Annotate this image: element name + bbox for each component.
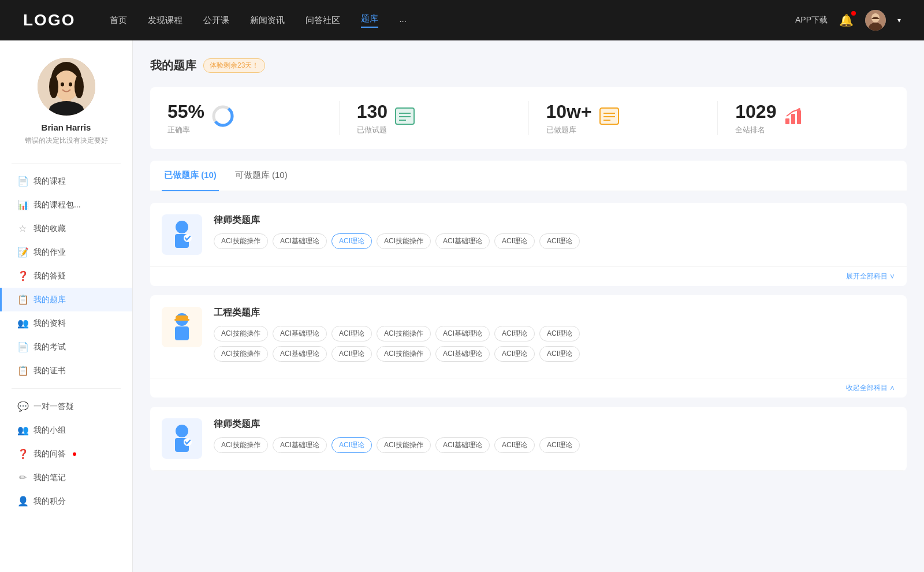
sidebar: Brian Harris 错误的决定比没有决定要好 📄 我的课程 📊 我的课程包… [0, 40, 133, 572]
stat-accuracy: 55% 正确率 [150, 101, 340, 135]
nav-questions[interactable]: 题库 [361, 13, 378, 28]
tag-e-r2-6[interactable]: ACI理论 [539, 346, 580, 362]
nav-news[interactable]: 新闻资讯 [250, 15, 285, 26]
bank-lawyer-2: 律师类题库 ACI技能操作 ACI基础理论 ACI理论 ACI技能操作 ACI基… [150, 407, 907, 471]
page-title: 我的题库 [150, 58, 196, 73]
tag-l1-6[interactable]: ACI理论 [539, 233, 580, 249]
nav-more[interactable]: ··· [399, 16, 407, 25]
tag-e-r1-2[interactable]: ACI理论 [331, 326, 372, 341]
nav-menu: 首页 发现课程 公开课 新闻资讯 问答社区 题库 ··· [110, 13, 795, 28]
bank-info-engineer: 工程类题库 ACI技能操作 ACI基础理论 ACI理论 ACI技能操作 ACI基… [214, 307, 895, 366]
sidebar-divider-1 [12, 163, 121, 164]
coursepack-icon: 📊 [17, 199, 28, 210]
user-avatar-nav[interactable] [865, 10, 886, 31]
app-download[interactable]: APP下载 [795, 15, 828, 25]
tag-l2-1[interactable]: ACI基础理论 [273, 437, 327, 453]
tag-e-r2-3[interactable]: ACI技能操作 [377, 346, 431, 362]
tag-l2-0[interactable]: ACI技能操作 [214, 437, 268, 453]
svg-rect-33 [175, 326, 189, 340]
user-menu-chevron[interactable]: ▾ [897, 16, 901, 24]
profile-motto: 错误的决定比没有决定要好 [25, 136, 108, 146]
bank-row-lawyer-1: 律师类题库 ACI技能操作 ACI基础理论 ACI理论 ACI技能操作 ACI基… [150, 203, 907, 267]
tag-l2-4[interactable]: ACI基础理论 [435, 437, 490, 453]
sidebar-item-material[interactable]: 👥 我的资料 [0, 311, 132, 335]
points-icon: 👤 [17, 496, 28, 507]
tag-e-r2-0[interactable]: ACI技能操作 [214, 346, 268, 362]
sidebar-item-oneone[interactable]: 💬 一对一答疑 [0, 395, 132, 418]
sidebar-item-homework[interactable]: 📝 我的作业 [0, 240, 132, 264]
stat-rank-value: 1029 [735, 101, 776, 122]
tab-done[interactable]: 已做题库 (10) [162, 161, 219, 191]
tag-row-engineer-2: ACI技能操作 ACI基础理论 ACI理论 ACI技能操作 ACI基础理论 AC… [214, 346, 895, 362]
tag-l1-5[interactable]: ACI理论 [494, 233, 535, 249]
sidebar-item-group[interactable]: 👥 我的小组 [0, 418, 132, 442]
bank-engineer: 工程类题库 ACI技能操作 ACI基础理论 ACI理论 ACI技能操作 ACI基… [150, 295, 907, 398]
sidebar-item-favorites[interactable]: ☆ 我的收藏 [0, 217, 132, 240]
tag-e-r2-4[interactable]: ACI基础理论 [435, 346, 490, 362]
tag-e-r1-5[interactable]: ACI理论 [494, 326, 535, 341]
homework-icon: 📝 [17, 247, 28, 258]
tab-available[interactable]: 可做题库 (10) [233, 161, 290, 191]
sidebar-item-myquestion[interactable]: ❓ 我的问答 [0, 442, 132, 466]
star-icon: ☆ [17, 223, 28, 234]
bank-info-lawyer-1: 律师类题库 ACI技能操作 ACI基础理论 ACI理论 ACI技能操作 ACI基… [214, 214, 895, 254]
tag-e-r2-2[interactable]: ACI理论 [331, 346, 372, 362]
tag-e-r1-0[interactable]: ACI技能操作 [214, 326, 268, 341]
tag-e-r1-4[interactable]: ACI基础理论 [435, 326, 490, 341]
sidebar-item-mycourse[interactable]: 📄 我的课程 [0, 169, 132, 193]
stat-bank-done-value: 10w+ [546, 101, 592, 122]
tag-l2-2[interactable]: ACI理论 [331, 437, 372, 453]
nav-open-course[interactable]: 公开课 [203, 15, 229, 26]
exam-icon: 📄 [17, 341, 28, 352]
sidebar-item-certificate[interactable]: 📋 我的证书 [0, 359, 132, 382]
svg-rect-26 [791, 114, 795, 124]
navbar: LOGO 首页 发现课程 公开课 新闻资讯 问答社区 题库 ··· APP下载 … [0, 0, 924, 40]
tag-row-lawyer-1: ACI技能操作 ACI基础理论 ACI理论 ACI技能操作 ACI基础理论 AC… [214, 233, 895, 249]
profile-section: Brian Harris 错误的决定比没有决定要好 [0, 40, 132, 157]
tag-e-r2-5[interactable]: ACI理论 [494, 346, 535, 362]
bank-name-engineer: 工程类题库 [214, 307, 895, 319]
tag-e-r1-1[interactable]: ACI基础理论 [273, 326, 327, 341]
tag-e-r1-3[interactable]: ACI技能操作 [377, 326, 431, 341]
tag-l2-5[interactable]: ACI理论 [494, 437, 535, 453]
stat-bank-done: 10w+ 已做题库 [529, 101, 718, 135]
sidebar-item-coursepack[interactable]: 📊 我的课程包... [0, 193, 132, 217]
stat-rank: 1029 全站排名 [718, 101, 907, 135]
tag-l2-3[interactable]: ACI技能操作 [377, 437, 431, 453]
qa-icon: ❓ [17, 270, 28, 281]
svg-rect-27 [797, 110, 801, 124]
collapse-engineer[interactable]: 收起全部科目 ∧ [150, 378, 907, 398]
nav-home[interactable]: 首页 [110, 15, 127, 26]
tag-l1-0[interactable]: ACI技能操作 [214, 233, 268, 249]
main-layout: Brian Harris 错误的决定比没有决定要好 📄 我的课程 📊 我的课程包… [0, 40, 924, 572]
nav-courses[interactable]: 发现课程 [148, 15, 182, 26]
expand-lawyer-1[interactable]: 展开全部科目 ∨ [150, 267, 907, 286]
tag-e-r1-6[interactable]: ACI理论 [539, 326, 580, 341]
stats-card: 55% 正确率 130 已做试题 [150, 87, 907, 149]
sidebar-item-notes[interactable]: ✏ 我的笔记 [0, 466, 132, 489]
tag-l1-2[interactable]: ACI理论 [331, 233, 372, 249]
sidebar-item-exam[interactable]: 📄 我的考试 [0, 335, 132, 359]
material-icon: 👥 [17, 318, 28, 329]
group-icon: 👥 [17, 425, 28, 436]
bank-icon-lawyer-1 [162, 214, 202, 255]
sidebar-item-myqa[interactable]: ❓ 我的答疑 [0, 264, 132, 288]
svg-point-10 [61, 83, 64, 87]
tag-l2-6[interactable]: ACI理论 [539, 437, 580, 453]
stat-rank-icon [783, 106, 804, 131]
svg-point-7 [74, 75, 84, 98]
stat-accuracy-icon [211, 105, 232, 132]
tag-l1-1[interactable]: ACI基础理论 [273, 233, 327, 249]
svg-rect-25 [785, 118, 789, 124]
tag-e-r2-1[interactable]: ACI基础理论 [273, 346, 327, 362]
bank-name-lawyer-1: 律师类题库 [214, 214, 895, 226]
tag-l1-4[interactable]: ACI基础理论 [435, 233, 490, 249]
notification-bell[interactable]: 🔔 [839, 13, 854, 27]
sidebar-item-questions[interactable]: 📋 我的题库 [0, 288, 132, 311]
svg-point-28 [798, 108, 800, 110]
sidebar-item-points[interactable]: 👤 我的积分 [0, 489, 132, 513]
stat-done-icon [394, 106, 415, 131]
tag-l1-3[interactable]: ACI技能操作 [377, 233, 431, 249]
nav-qa[interactable]: 问答社区 [305, 15, 340, 26]
bank-icon-lawyer-2 [162, 418, 202, 459]
